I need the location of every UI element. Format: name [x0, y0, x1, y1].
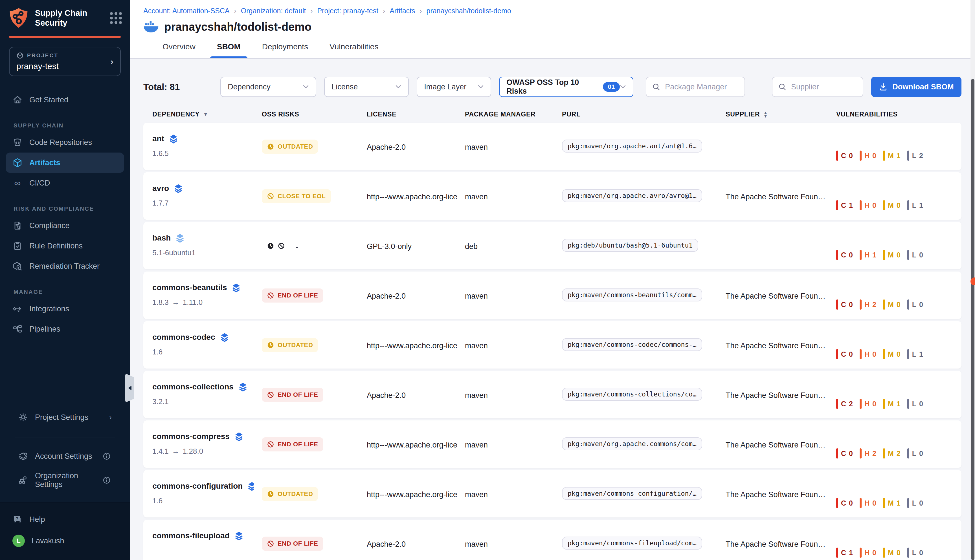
sidebar-item-pipelines[interactable]: Pipelines — [6, 319, 124, 339]
dependency-name: commons-collections — [152, 382, 234, 392]
dependency-version: 1.6.5 → — [152, 149, 249, 158]
breadcrumb-artifacts[interactable]: Artifacts — [390, 7, 415, 15]
download-sbom-button[interactable]: Download SBOM — [871, 77, 962, 97]
document-search-icon — [12, 220, 23, 231]
sidebar-item-project-settings[interactable]: Project Settings › — [11, 407, 119, 427]
purl-pill[interactable]: pkg:maven/commons-codec/commons-… — [562, 338, 702, 351]
breadcrumb-organization[interactable]: Organization: default — [241, 7, 306, 15]
info-icon[interactable] — [102, 476, 112, 485]
arrow-right-icon: → — [172, 298, 179, 307]
sidebar-item-code-repositories[interactable]: Code Repositories — [6, 132, 124, 153]
project-selector[interactable]: PROJECT pranay-test › — [9, 47, 121, 76]
table-row[interactable]: commons-collections 3.2.1 → END OF LIFE … — [143, 371, 962, 418]
package-manager-cell: maven — [457, 321, 554, 368]
layers-icon — [175, 233, 185, 243]
purl-pill[interactable]: pkg:maven/org.apache.ant/ant@1.6… — [562, 140, 702, 153]
sidebar-item-label: Account Settings — [35, 452, 92, 461]
tab-vulnerabilities[interactable]: Vulnerabilities — [327, 42, 381, 58]
column-header-supplier[interactable]: SUPPLIER ▲▼ — [718, 110, 828, 118]
package-manager-search-input[interactable] — [665, 83, 733, 92]
sidebar-item-cicd[interactable]: ∞ CI/CD — [6, 173, 124, 193]
oss-risk-badge: CLOSE TO EOL — [262, 189, 331, 203]
table-row[interactable]: commons-beanutils 1.8.3 → 1.11.0 END OF … — [143, 272, 962, 319]
purl-pill[interactable]: pkg:maven/commons-beanutils/comm… — [562, 288, 702, 302]
column-header-dependency[interactable]: DEPENDENCY▼ — [143, 110, 254, 118]
supplier-search-input[interactable] — [791, 83, 859, 92]
purl-pill[interactable]: pkg:maven/org.apache.commons/com… — [562, 437, 702, 450]
table-row[interactable]: commons-codec 1.6 → OUTDATED http---www.… — [143, 321, 962, 368]
high-count: H1 — [860, 250, 876, 260]
tab-deployments[interactable]: Deployments — [260, 42, 311, 58]
sidebar-item-integrations[interactable]: Integrations — [6, 298, 124, 319]
project-name: pranay-test — [17, 62, 110, 71]
table-row[interactable]: ant 1.6.5 → OUTDATED Apache-2.0 maven pk… — [143, 123, 962, 170]
docker-icon — [143, 21, 159, 33]
license-cell: http---www.apache.org-lice… — [359, 470, 457, 517]
table-row[interactable]: avro 1.7.7 → CLOSE TO EOL http---www.apa… — [143, 172, 962, 220]
dropdown-label: Dependency — [228, 83, 270, 92]
dependency-filter-dropdown[interactable]: Dependency — [220, 77, 316, 97]
clock-icon — [267, 342, 274, 349]
purl-pill[interactable]: pkg:maven/commons-fileupload/com… — [562, 537, 702, 550]
column-header-license: LICENSE — [359, 110, 457, 118]
tab-sbom[interactable]: SBOM — [215, 42, 243, 58]
critical-count: C1 — [836, 200, 853, 210]
tab-overview[interactable]: Overview — [160, 42, 198, 58]
table-row[interactable]: bash 5.1-6ubuntu1 → - GPL-3.0-only deb p… — [143, 222, 962, 269]
column-header-purl: PURL — [554, 110, 718, 118]
sidebar-item-compliance[interactable]: Compliance — [6, 215, 124, 236]
home-icon — [12, 95, 23, 105]
sidebar-item-help[interactable]: ? Help — [6, 509, 124, 530]
medium-count: M1 — [883, 150, 900, 161]
table-row[interactable]: commons-fileupload → END OF LIFE Apache-… — [143, 520, 962, 560]
ban-icon — [267, 193, 274, 200]
breadcrumb-current[interactable]: pranaycshah/todolist-demo — [426, 7, 511, 15]
sidebar-item-label: Integrations — [29, 305, 69, 313]
scrollbar-thumb[interactable] — [971, 79, 975, 560]
breadcrumb-project[interactable]: Project: pranay-test — [317, 7, 378, 15]
dependency-version: 1.8.3 → 1.11.0 — [152, 298, 249, 307]
apps-grid-icon[interactable] — [110, 12, 122, 24]
user-name: Lavakush — [32, 537, 64, 545]
owasp-risks-filter-dropdown[interactable]: OWASP OSS Top 10 Risks 01 — [499, 77, 633, 97]
layers-gear-icon — [18, 451, 28, 461]
low-count: L0 — [907, 498, 923, 508]
sidebar-item-artifacts[interactable]: Artifacts — [6, 153, 124, 173]
sidebar-footer: ? Help L Lavakush — [0, 502, 130, 560]
image-layer-filter-dropdown[interactable]: Image Layer — [417, 77, 491, 97]
sidebar-collapse-handle[interactable] — [125, 373, 134, 403]
sidebar-item-organization-settings[interactable]: Organization Settings — [11, 467, 119, 494]
breadcrumb-account[interactable]: Account: Automation-SSCA — [143, 7, 230, 15]
table-row[interactable]: commons-configuration 1.6 → OUTDATED htt… — [143, 470, 962, 517]
low-count: L0 — [907, 448, 923, 458]
purl-pill[interactable]: pkg:maven/org.apache.avro/avro@1… — [562, 189, 702, 202]
sidebar-item-get-started[interactable]: Get Started — [6, 90, 124, 110]
package-manager-cell: maven — [457, 470, 554, 517]
supplier-cell: The Apache Software Foun… — [718, 520, 828, 560]
share-arrows-icon — [12, 304, 23, 314]
brand: Supply Chain Security — [0, 0, 130, 35]
high-count: H0 — [860, 200, 876, 210]
sidebar-item-remediation-tracker[interactable]: Remediation Tracker — [6, 256, 124, 276]
purl-pill[interactable]: pkg:maven/commons-configuration/… — [562, 487, 702, 500]
sidebar-item-label: Help — [29, 515, 45, 524]
oss-risk-cell: OUTDATED — [254, 123, 359, 170]
toolbar: Total: 81 Dependency License Image Layer… — [143, 77, 962, 97]
nav-section-supply-chain: SUPPLY CHAIN — [13, 122, 124, 129]
sidebar-item-label: Artifacts — [29, 158, 60, 167]
info-icon[interactable] — [102, 452, 112, 460]
sidebar-item-account-settings[interactable]: Account Settings — [11, 446, 119, 467]
tabs: Overview SBOM Deployments Vulnerabilitie… — [160, 42, 962, 58]
oss-risk-cell: END OF LIFE — [254, 371, 359, 418]
purl-pill[interactable]: pkg:deb/ubuntu/bash@5.1-6ubuntu1 — [562, 239, 698, 252]
sidebar-item-rule-definitions[interactable]: Rule Definitions — [6, 236, 124, 256]
purl-cell: pkg:maven/commons-configuration/… — [554, 470, 718, 517]
column-header-oss-risks: OSS RISKS — [254, 110, 359, 118]
table-row[interactable]: commons-compress 1.4.1 → 1.28.0 END OF L… — [143, 420, 962, 468]
vulnerabilities-cell: C1 H0 M0 L1 — [828, 172, 962, 220]
license-cell: http---www.apache.org-lice… — [359, 321, 457, 368]
license-filter-dropdown[interactable]: License — [324, 77, 409, 97]
search-icon — [778, 83, 786, 91]
sidebar-item-user[interactable]: L Lavakush — [6, 530, 124, 552]
purl-pill[interactable]: pkg:maven/commons-collections/co… — [562, 388, 702, 401]
